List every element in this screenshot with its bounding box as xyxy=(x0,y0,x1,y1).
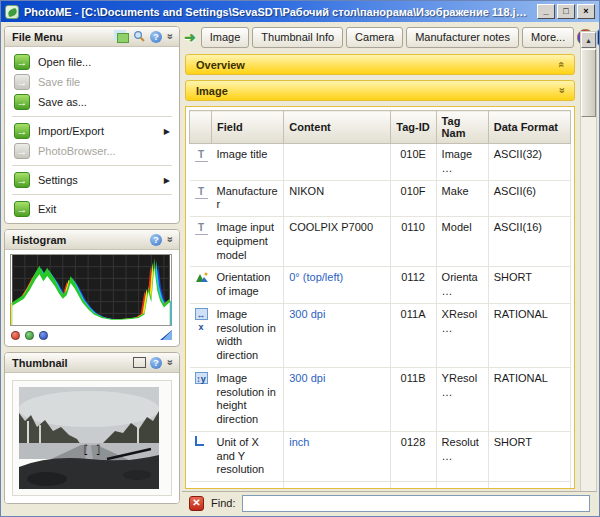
collapse-chevron-icon[interactable]: « xyxy=(163,359,174,365)
column-header-field[interactable]: Field xyxy=(212,111,284,144)
close-button[interactable]: × xyxy=(577,4,595,19)
histogram-title: Histogram xyxy=(12,234,146,246)
tag-id-cell: 0112 xyxy=(390,267,436,304)
tab-manufacturer-notes[interactable]: Manufacturer notes xyxy=(406,27,519,48)
column-header-content[interactable]: Content xyxy=(284,111,390,144)
menu-separator xyxy=(12,194,172,195)
vertical-scrollbar[interactable]: ▲ ▼ xyxy=(580,31,597,514)
column-header-tag-nam[interactable]: Tag Nam xyxy=(436,111,488,144)
help-icon[interactable]: ? xyxy=(150,357,162,369)
text-icon: T xyxy=(195,222,208,235)
table-row[interactable]: Orientation of image0° (top/left)0112Ori… xyxy=(190,267,571,304)
section-image[interactable]: Image « xyxy=(185,80,575,101)
histogram-panel: Histogram ? « xyxy=(4,229,180,347)
data-format-cell: ASCII(6) xyxy=(488,180,570,217)
find-input[interactable] xyxy=(242,495,590,512)
go-arrow-icon[interactable]: ➜ xyxy=(184,29,196,45)
field-cell: Manufacturer xyxy=(212,180,284,217)
red-channel-button[interactable] xyxy=(11,331,20,340)
text-icon: T xyxy=(195,487,208,489)
column-header-data-format[interactable]: Data Format xyxy=(488,111,570,144)
histogram-mode-icon[interactable] xyxy=(160,330,172,340)
tag-name-cell: Resolut… xyxy=(436,431,488,481)
x-resolution-icon: ↔x xyxy=(195,308,208,320)
help-icon[interactable]: ? xyxy=(150,234,162,246)
tag-id-cell: 0110 xyxy=(390,217,436,267)
tab-image[interactable]: Image xyxy=(201,27,250,48)
table-row[interactable]: TManufacturerNIKON010FMakeASCII(6) xyxy=(190,180,571,217)
find-label: Find: xyxy=(211,497,235,509)
section-overview[interactable]: Overview « xyxy=(185,54,575,75)
green-channel-button[interactable] xyxy=(25,331,34,340)
table-row[interactable]: Unit of X and Y resolutioninch0128Resolu… xyxy=(190,431,571,481)
file-menu-header[interactable]: File Menu ? « xyxy=(5,27,179,47)
tag-name-cell: Model xyxy=(436,217,488,267)
content-cell xyxy=(284,144,390,181)
find-close-icon[interactable]: ✕ xyxy=(189,496,204,511)
thumbnail-panel: Thumbnail ? « xyxy=(4,352,180,504)
exif-panel: FieldContentTag-IDTag NamData Format TIm… xyxy=(185,106,575,489)
menu-item-save-file: →Save file xyxy=(5,72,179,92)
thumbnail-image[interactable]: [ ] xyxy=(19,387,159,489)
histogram-header[interactable]: Histogram ? « xyxy=(5,230,179,250)
images-icon[interactable] xyxy=(117,33,129,43)
histogram-chart xyxy=(10,254,172,326)
table-row[interactable]: TImage title010EImage…ASCII(32) xyxy=(190,144,571,181)
main-area: ➜ ImageThumbnail InfoCameraManufacturer … xyxy=(182,25,597,490)
field-cell: Orientation of image xyxy=(212,267,284,304)
menu-item-settings[interactable]: →Settings▶ xyxy=(5,170,179,190)
content-cell[interactable]: 300 dpi xyxy=(284,367,390,431)
find-bar: ✕ Find: xyxy=(182,491,597,514)
column-header-icon[interactable] xyxy=(190,111,212,144)
tab-more[interactable]: More... xyxy=(522,27,574,48)
content-cell[interactable]: 300 dpi xyxy=(284,303,390,367)
titlebar[interactable]: PhotoME - [C:\Documents and Settings\Sev… xyxy=(1,1,599,22)
blue-channel-button[interactable] xyxy=(39,331,48,340)
image-title: Image xyxy=(196,85,558,97)
scroll-up-button[interactable]: ▲ xyxy=(581,32,596,48)
search-icon[interactable] xyxy=(133,30,146,43)
menu-item-photobrowser: →PhotoBrowser... xyxy=(5,141,179,161)
collapse-chevron-icon[interactable]: « xyxy=(555,87,566,93)
crop-marks-icon[interactable] xyxy=(133,357,146,368)
tag-id-cell: 0128 xyxy=(390,431,436,481)
content-cell[interactable]: 0° (top/left) xyxy=(284,267,390,304)
text-icon: T xyxy=(195,186,208,199)
window-title: PhotoME - [C:\Documents and Settings\Sev… xyxy=(24,6,532,18)
menu-item-label: Exit xyxy=(38,203,56,215)
collapse-chevron-icon[interactable]: « xyxy=(163,33,174,39)
svg-text:[ ]: [ ] xyxy=(82,443,102,456)
table-row[interactable]: ↔xImage resolution in width direction300… xyxy=(190,303,571,367)
minimize-button[interactable]: _ xyxy=(537,4,555,19)
menu-item-save-as[interactable]: →Save as... xyxy=(5,92,179,112)
menu-item-exit[interactable]: →Exit xyxy=(5,199,179,219)
content-cell[interactable]: COOLPIX P7000V1.1 xyxy=(284,482,390,490)
tag-name-cell: XResol… xyxy=(436,303,488,367)
thumbnail-body: [ ] xyxy=(5,373,179,503)
menu-item-label: Save file xyxy=(38,76,80,88)
table-row[interactable]: TImage input equipment modelCOOLPIX P700… xyxy=(190,217,571,267)
tab-camera[interactable]: Camera xyxy=(346,27,403,48)
menu-separator xyxy=(12,116,172,117)
menu-item-import-export[interactable]: →Import/Export▶ xyxy=(5,121,179,141)
table-row[interactable]: ↕yImage resolution in height direction30… xyxy=(190,367,571,431)
maximize-button[interactable]: □ xyxy=(557,4,575,19)
expand-chevron-icon[interactable]: « xyxy=(555,61,566,67)
collapse-chevron-icon[interactable]: « xyxy=(163,236,174,242)
menu-item-label: Import/Export xyxy=(38,125,104,137)
menu-item-open-file[interactable]: →Open file... xyxy=(5,52,179,72)
tab-thumbnail-info[interactable]: Thumbnail Info xyxy=(252,27,343,48)
overview-title: Overview xyxy=(196,59,558,71)
scrollbar-thumb[interactable] xyxy=(581,49,596,117)
text-icon: T xyxy=(195,149,208,162)
table-row[interactable]: TSoftwareCOOLPIX P7000V1.10131SoftwareAS… xyxy=(190,482,571,490)
file-menu-title: File Menu xyxy=(12,31,113,43)
data-format-cell: SHORT xyxy=(488,431,570,481)
thumbnail-header[interactable]: Thumbnail ? « xyxy=(5,353,179,373)
menu-item-label: PhotoBrowser... xyxy=(38,145,116,157)
help-icon[interactable]: ? xyxy=(150,31,162,43)
table-header-row[interactable]: FieldContentTag-IDTag NamData Format xyxy=(190,111,571,144)
content-cell[interactable]: inch xyxy=(284,431,390,481)
column-header-tag-id[interactable]: Tag-ID xyxy=(390,111,436,144)
exif-table: FieldContentTag-IDTag NamData Format TIm… xyxy=(189,110,571,489)
